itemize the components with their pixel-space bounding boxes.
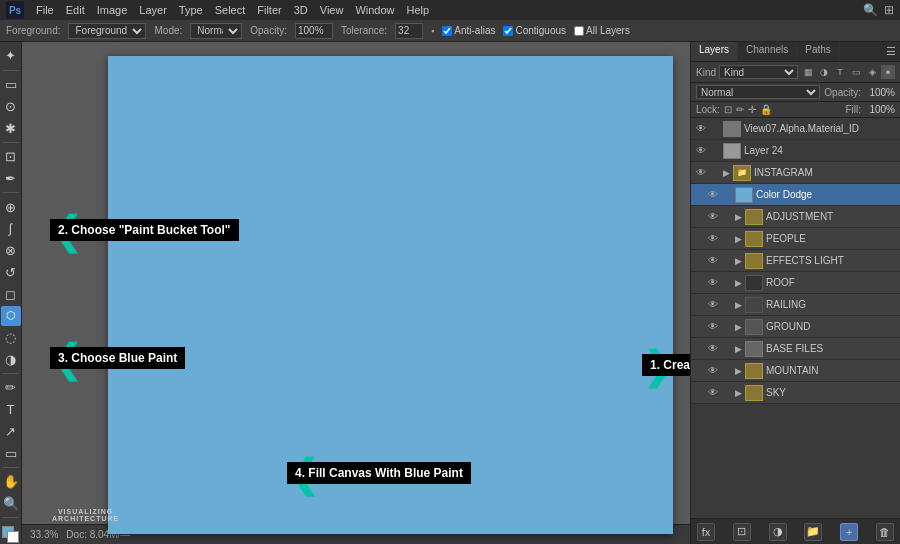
group-expand-icon[interactable]: ▶ bbox=[735, 344, 742, 354]
layer-visibility-icon[interactable]: 👁 bbox=[707, 387, 719, 399]
kind-select[interactable]: Kind bbox=[719, 65, 798, 79]
crop-tool[interactable]: ⊡ bbox=[1, 147, 21, 167]
foreground-select[interactable]: Foreground bbox=[68, 23, 146, 39]
group-expand-icon[interactable]: ▶ bbox=[735, 234, 742, 244]
group-expand-icon[interactable]: ▶ bbox=[735, 256, 742, 266]
move-tool[interactable]: ✦ bbox=[1, 46, 21, 66]
filter-toggle-icon[interactable]: ● bbox=[881, 65, 895, 79]
menu-file[interactable]: File bbox=[30, 0, 60, 20]
filter-adjust-icon[interactable]: ◑ bbox=[817, 65, 831, 79]
lock-all-icon[interactable]: 🔒 bbox=[760, 104, 772, 115]
group-expand-icon[interactable]: ▶ bbox=[735, 366, 742, 376]
menu-type[interactable]: Type bbox=[173, 0, 209, 20]
group-expand-icon[interactable]: ▶ bbox=[735, 322, 742, 332]
menu-help[interactable]: Help bbox=[401, 0, 436, 20]
tab-layers[interactable]: Layers bbox=[691, 42, 738, 61]
path-select-tool[interactable]: ↗ bbox=[1, 421, 21, 441]
layer-visibility-icon[interactable]: 👁 bbox=[707, 343, 719, 355]
menu-layer[interactable]: Layer bbox=[133, 0, 173, 20]
dodge-tool[interactable]: ◑ bbox=[1, 349, 21, 369]
tab-channels[interactable]: Channels bbox=[738, 42, 797, 61]
menu-image[interactable]: Image bbox=[91, 0, 134, 20]
add-mask-button[interactable]: ⊡ bbox=[733, 523, 751, 541]
all-layers-checkbox[interactable] bbox=[574, 26, 584, 36]
layer-group[interactable]: 👁 ▶ 📁 INSTAGRAM bbox=[691, 162, 900, 184]
layer-group[interactable]: 👁 ▶ MOUNTAIN bbox=[691, 360, 900, 382]
group-expand-icon[interactable]: ▶ bbox=[735, 278, 742, 288]
clone-tool[interactable]: ⊗ bbox=[1, 241, 21, 261]
marquee-tool[interactable]: ▭ bbox=[1, 75, 21, 95]
layer-visibility-icon[interactable]: 👁 bbox=[707, 277, 719, 289]
heal-tool[interactable]: ⊕ bbox=[1, 197, 21, 217]
search-icon[interactable]: 🔍 bbox=[863, 3, 878, 17]
tolerance-input[interactable] bbox=[395, 23, 423, 39]
menu-view[interactable]: View bbox=[314, 0, 350, 20]
layer-visibility-icon[interactable]: 👁 bbox=[707, 189, 719, 201]
menu-window[interactable]: Window bbox=[349, 0, 400, 20]
group-button[interactable]: 📁 bbox=[804, 523, 822, 541]
new-layer-button[interactable]: + bbox=[840, 523, 858, 541]
layer-group[interactable]: 👁 ▶ EFFECTS LIGHT bbox=[691, 250, 900, 272]
adjustment-button[interactable]: ◑ bbox=[769, 523, 787, 541]
shape-tool[interactable]: ▭ bbox=[1, 443, 21, 463]
layer-visibility-icon[interactable]: 👁 bbox=[695, 145, 707, 157]
blend-mode-select[interactable]: Normal bbox=[696, 85, 820, 99]
layer-group[interactable]: 👁 ▶ BASE FILES bbox=[691, 338, 900, 360]
layer-visibility-icon[interactable]: 👁 bbox=[707, 321, 719, 333]
history-tool[interactable]: ↺ bbox=[1, 262, 21, 282]
layer-group[interactable]: 👁 ▶ PEOPLE bbox=[691, 228, 900, 250]
layer-thumbnail bbox=[745, 319, 763, 335]
menu-select[interactable]: Select bbox=[209, 0, 252, 20]
layer-visibility-icon[interactable]: 👁 bbox=[707, 233, 719, 245]
pen-tool[interactable]: ✏ bbox=[1, 378, 21, 398]
eyedropper-tool[interactable]: ✒ bbox=[1, 169, 21, 189]
layer-group[interactable]: 👁 ▶ SKY bbox=[691, 382, 900, 404]
layer-visibility-icon[interactable]: 👁 bbox=[707, 299, 719, 311]
zoom-tool[interactable]: 🔍 bbox=[1, 494, 21, 514]
layer-item[interactable]: 👁 View07.Alpha.Material_ID bbox=[691, 118, 900, 140]
add-fx-button[interactable]: fx bbox=[697, 523, 715, 541]
delete-layer-button[interactable]: 🗑 bbox=[876, 523, 894, 541]
menu-edit[interactable]: Edit bbox=[60, 0, 91, 20]
layer-item[interactable]: 👁 Color Dodge bbox=[691, 184, 900, 206]
group-expand-icon[interactable]: ▶ bbox=[723, 168, 730, 178]
filter-smart-icon[interactable]: ◈ bbox=[865, 65, 879, 79]
lasso-tool[interactable]: ⊙ bbox=[1, 96, 21, 116]
text-tool[interactable]: T bbox=[1, 400, 21, 420]
layer-visibility-icon[interactable]: 👁 bbox=[707, 255, 719, 267]
workspace-icon[interactable]: ⊞ bbox=[884, 3, 894, 17]
brush-tool[interactable]: ∫ bbox=[1, 219, 21, 239]
group-expand-icon[interactable]: ▶ bbox=[735, 212, 742, 222]
hand-tool[interactable]: ✋ bbox=[1, 472, 21, 492]
panel-menu-icon[interactable]: ☰ bbox=[886, 45, 896, 58]
lock-image-icon[interactable]: ✏ bbox=[736, 104, 744, 115]
tab-paths[interactable]: Paths bbox=[797, 42, 840, 61]
opacity-input[interactable] bbox=[295, 23, 333, 39]
layer-group[interactable]: 👁 ▶ GROUND bbox=[691, 316, 900, 338]
layer-visibility-icon[interactable]: 👁 bbox=[707, 211, 719, 223]
background-color[interactable] bbox=[7, 531, 19, 543]
layer-group[interactable]: 👁 ▶ ROOF bbox=[691, 272, 900, 294]
eraser-tool[interactable]: ◻ bbox=[1, 284, 21, 304]
layer-group[interactable]: 👁 ▶ ADJUSTMENT bbox=[691, 206, 900, 228]
magic-wand-tool[interactable]: ✱ bbox=[1, 118, 21, 138]
group-expand-icon[interactable]: ▶ bbox=[735, 300, 742, 310]
paint-bucket-tool[interactable]: ⬡ bbox=[1, 306, 21, 326]
layer-item[interactable]: 👁 Layer 24 bbox=[691, 140, 900, 162]
layer-visibility-icon[interactable]: 👁 bbox=[695, 123, 707, 135]
group-expand-icon[interactable]: ▶ bbox=[735, 388, 742, 398]
filter-type-icon[interactable]: T bbox=[833, 65, 847, 79]
menu-3d[interactable]: 3D bbox=[288, 0, 314, 20]
menu-filter[interactable]: Filter bbox=[251, 0, 287, 20]
contiguous-checkbox[interactable] bbox=[503, 26, 513, 36]
layer-group[interactable]: 👁 ▶ RAILING bbox=[691, 294, 900, 316]
layer-visibility-icon[interactable]: 👁 bbox=[707, 365, 719, 377]
lock-position-icon[interactable]: ✛ bbox=[748, 104, 756, 115]
layer-visibility-icon[interactable]: 👁 bbox=[695, 167, 707, 179]
filter-pixel-icon[interactable]: ▦ bbox=[801, 65, 815, 79]
blur-tool[interactable]: ◌ bbox=[1, 328, 21, 348]
filter-shape-icon[interactable]: ▭ bbox=[849, 65, 863, 79]
lock-transparency-icon[interactable]: ⊡ bbox=[724, 104, 732, 115]
mode-select[interactable]: Normal bbox=[190, 23, 242, 39]
anti-alias-checkbox[interactable] bbox=[442, 26, 452, 36]
